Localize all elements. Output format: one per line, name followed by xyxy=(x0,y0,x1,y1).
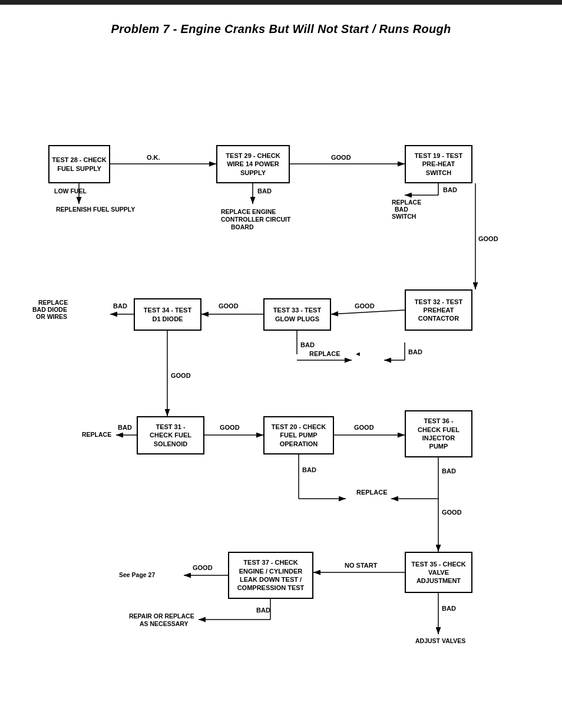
svg-rect-73 xyxy=(343,487,387,503)
svg-text:AS NECESSARY: AS NECESSARY xyxy=(140,620,188,627)
svg-text:See Page 27: See Page 27 xyxy=(119,571,155,578)
box-test34-label: TEST 34 - TESTD1 DIODE xyxy=(144,306,191,323)
svg-text:GOOD: GOOD xyxy=(478,235,498,242)
svg-text:GOOD: GOOD xyxy=(220,424,240,431)
box-test33-label: TEST 33 - TESTGLOW PLUGS xyxy=(273,306,321,323)
box-test28: TEST 28 - CHECK FUEL SUPPLY xyxy=(48,145,110,183)
svg-text:BOARD: BOARD xyxy=(231,223,254,230)
box-test37: TEST 37 - CHECKENGINE / CYLINDERLEAK DOW… xyxy=(228,552,313,599)
svg-text:NO START: NO START xyxy=(345,562,378,569)
diagram-container: O.K. GOOD LOW FUEL REPLENISH FUEL SUPPLY… xyxy=(16,54,546,702)
svg-text:O.K.: O.K. xyxy=(147,154,160,161)
svg-text:ADJUST VALVES: ADJUST VALVES xyxy=(415,637,465,644)
svg-text:GOOD: GOOD xyxy=(355,302,375,309)
top-bar xyxy=(0,0,562,5)
svg-text:REPLACE: REPLACE xyxy=(356,489,388,496)
svg-text:REPLACE: REPLACE xyxy=(309,350,340,357)
svg-text:BAD: BAD xyxy=(256,607,270,614)
svg-text:BAD: BAD xyxy=(395,206,408,213)
page-title: Problem 7 - Engine Cranks But Will Not S… xyxy=(0,22,562,36)
svg-text:BAD: BAD xyxy=(300,341,315,348)
box-test31-label: TEST 31 -CHECK FUELSOLENOID xyxy=(150,423,191,448)
svg-text:REPLENISH FUEL SUPPLY: REPLENISH FUEL SUPPLY xyxy=(56,206,135,213)
box-test19-label: TEST 19 - TESTPRE-HEATSWITCH xyxy=(415,151,462,177)
svg-text:GOOD: GOOD xyxy=(193,564,213,571)
box-test36-label: TEST 36 -CHECK FUELINJECTORPUMP xyxy=(418,417,459,450)
svg-text:GOOD: GOOD xyxy=(331,154,351,161)
box-test33: TEST 33 - TESTGLOW PLUGS xyxy=(263,298,331,331)
svg-text:REPLACE: REPLACE xyxy=(38,299,68,306)
svg-text:BAD: BAD xyxy=(442,605,456,612)
svg-text:LOW FUEL: LOW FUEL xyxy=(54,187,87,195)
svg-text:BAD: BAD xyxy=(302,466,316,473)
box-test32: TEST 32 - TESTPREHEATCONTACTOR xyxy=(405,289,472,331)
svg-text:CONTROLLER CIRCUIT: CONTROLLER CIRCUIT xyxy=(221,216,291,223)
svg-text:BAD: BAD xyxy=(443,186,457,193)
svg-line-24 xyxy=(331,310,405,314)
svg-text:SWITCH: SWITCH xyxy=(392,213,416,220)
box-test29: TEST 29 - CHECKWIRE 14 POWERSUPPLY xyxy=(216,145,290,183)
svg-text:GOOD: GOOD xyxy=(219,302,239,309)
svg-text:REPLACE ENGINE: REPLACE ENGINE xyxy=(221,208,276,215)
svg-text:BAD DIODE: BAD DIODE xyxy=(32,306,67,313)
box-test34: TEST 34 - TESTD1 DIODE xyxy=(134,298,201,331)
svg-text:◄: ◄ xyxy=(355,350,361,357)
box-test29-label: TEST 29 - CHECKWIRE 14 POWERSUPPLY xyxy=(226,151,280,177)
box-test20: TEST 20 - CHECKFUEL PUMPOPERATION xyxy=(263,416,334,454)
svg-text:BAD: BAD xyxy=(113,302,127,309)
box-test32-label: TEST 32 - TESTPREHEATCONTACTOR xyxy=(415,298,462,323)
box-test37-label: TEST 37 - CHECKENGINE / CYLINDERLEAK DOW… xyxy=(237,558,305,592)
svg-text:REPLACE: REPLACE xyxy=(392,199,421,206)
svg-text:REPAIR OR REPLACE: REPAIR OR REPLACE xyxy=(129,612,194,620)
box-test20-label: TEST 20 - CHECKFUEL PUMPOPERATION xyxy=(272,423,326,448)
box-test28-label: TEST 28 - CHECK FUEL SUPPLY xyxy=(52,156,107,173)
svg-text:BAD: BAD xyxy=(442,467,456,475)
svg-text:GOOD: GOOD xyxy=(354,424,374,431)
box-test35-label: TEST 35 - CHECKVALVEADJUSTMENT xyxy=(411,560,465,585)
box-test36: TEST 36 -CHECK FUELINJECTORPUMP xyxy=(405,410,472,457)
svg-text:GOOD: GOOD xyxy=(442,509,462,516)
svg-text:BAD: BAD xyxy=(118,424,132,431)
svg-text:BAD: BAD xyxy=(257,187,272,195)
svg-text:REPLACE: REPLACE xyxy=(82,431,111,438)
box-test35: TEST 35 - CHECKVALVEADJUSTMENT xyxy=(405,552,472,593)
svg-text:BAD: BAD xyxy=(408,348,422,355)
box-test19: TEST 19 - TESTPRE-HEATSWITCH xyxy=(405,145,472,183)
svg-text:GOOD: GOOD xyxy=(171,372,191,379)
svg-text:OR WIRES: OR WIRES xyxy=(36,313,67,320)
box-test31: TEST 31 -CHECK FUELSOLENOID xyxy=(137,416,204,454)
